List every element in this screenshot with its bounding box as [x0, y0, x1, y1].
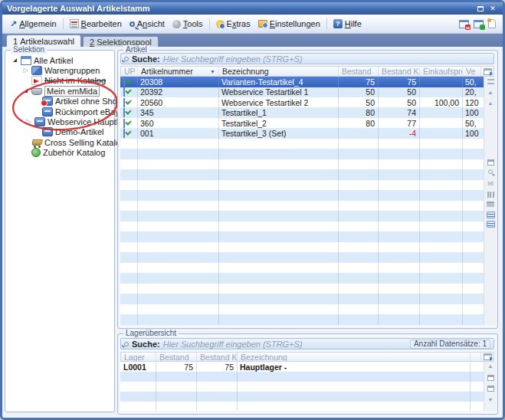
- col-bestand-kalk[interactable]: Bestand Kalk..: [379, 67, 420, 76]
- lager-side-toolbar: ▲ ▼: [484, 362, 497, 411]
- menu-hilfe[interactable]: ? Hilfe: [330, 18, 366, 30]
- card-view-icon[interactable]: [484, 159, 497, 166]
- col-bestand-kalk[interactable]: Bestand Kalk.: [197, 353, 238, 361]
- settings-icon: [258, 20, 267, 28]
- cell-bestand-kalk: 77: [378, 119, 419, 128]
- category-icon: [34, 117, 45, 126]
- tree-item-label: Rückimport eBay: [55, 107, 120, 116]
- menu-ansicht[interactable]: Ansicht: [126, 18, 169, 30]
- cell-bestand-kalk: 75: [378, 77, 419, 87]
- lager-search-bar[interactable]: Suche: Hier Suchbegriff eingeben (STRG+S…: [120, 338, 494, 349]
- tree-collapsed-icon[interactable]: ▷: [26, 119, 31, 125]
- product-groups-icon: [31, 66, 42, 75]
- print-icon[interactable]: [484, 202, 497, 207]
- tab-page-artikelauswahl: Selektion Alle Artikel ▷ Warengruppen Ni…: [2, 47, 503, 418]
- menu-ansicht-label: Ansicht: [137, 19, 165, 28]
- table-row[interactable]: 20392 Webservice Testartikel 1 50 50 20,: [120, 87, 484, 98]
- toolbar-right-group: [459, 19, 499, 28]
- articles-table-icon: [21, 56, 31, 65]
- col-bezeichnung[interactable]: Bezeichnung: [219, 67, 339, 76]
- close-button[interactable]: ✕: [487, 4, 498, 13]
- lageruebersicht-panel: Lagerübersicht Suche: Hier Suchbegriff e…: [117, 333, 498, 415]
- cart-icon: [31, 138, 42, 147]
- tree-item-warengruppen[interactable]: ▷ Warengruppen: [7, 65, 113, 75]
- grid-line: [196, 362, 197, 411]
- col-bestand[interactable]: Bestand: [339, 67, 379, 76]
- menu-bearbeiten[interactable]: Bearbeiten: [66, 18, 126, 30]
- search-detail-icon[interactable]: [484, 169, 497, 174]
- zoom-badge-icon[interactable]: 96: [484, 181, 497, 186]
- col-bezeichnung[interactable]: Bezeichnung: [238, 353, 471, 361]
- close-icon: ✕: [490, 5, 496, 12]
- artikel-search-bar[interactable]: Suche: Hier Suchbegriff eingeben (STRG+S…: [120, 53, 494, 64]
- search-placeholder: Hier Suchbegriff eingeben (STRG+S): [163, 54, 303, 64]
- titlebar[interactable]: Vorgelagerte Auswahl Artikelstamm ✕: [2, 2, 503, 15]
- tree-item-artikel-ohne-shop-kategorie[interactable]: Artikel ohne Shop-Kategorie: [7, 97, 113, 107]
- article-status-icon: [123, 129, 125, 138]
- tree-item-demo-artikel[interactable]: Demo-Artikel: [7, 127, 113, 137]
- tree-item-zubehoer-katalog[interactable]: Zubehör Katalog: [7, 148, 113, 158]
- detail-view-icon[interactable]: [484, 386, 497, 392]
- remove-from-selection-icon[interactable]: [459, 20, 469, 28]
- grid-view-icon[interactable]: [484, 221, 497, 228]
- tree-item-webservice-hauptkategorie[interactable]: ▷ Webservice Hauptkategorie: [7, 116, 113, 126]
- scroll-down-icon[interactable]: ▼: [484, 397, 497, 403]
- table-row[interactable]: 345 Testartikel_1 80 74 100: [120, 108, 484, 119]
- tree-item-mein-emmida[interactable]: Mein emMida: [7, 86, 113, 96]
- table-row[interactable]: 20560 Webservice Testartikel 2 50 50 100…: [120, 97, 484, 108]
- basket-icon: [31, 88, 42, 95]
- col-artikelnummer[interactable]: Artikelnummer▼: [138, 67, 219, 76]
- restore-button[interactable]: [475, 4, 486, 13]
- tree-expanded-icon[interactable]: [13, 58, 17, 62]
- column-chooser-button[interactable]: [481, 68, 494, 75]
- toolbar-separator: [326, 18, 327, 30]
- collapse-rows-icon[interactable]: [484, 79, 497, 84]
- cell-bestand: 80: [338, 108, 378, 117]
- tree-item-cross-selling-katalog[interactable]: Cross Selling Katalog: [7, 137, 113, 147]
- col-bestand[interactable]: Bestand: [156, 353, 197, 361]
- search-label: Suche:: [132, 340, 160, 349]
- grid-line: [338, 77, 339, 325]
- tab-strip: 1 Artikelauswahl 2 Selektionspool: [2, 34, 503, 47]
- tree-item-nicht-im-katalog[interactable]: Nicht im Katalog: [7, 76, 113, 86]
- help-icon: ?: [333, 19, 343, 28]
- grid-line: [237, 362, 238, 411]
- list-view-icon[interactable]: [484, 212, 497, 218]
- chart-icon[interactable]: [484, 192, 497, 198]
- new-document-icon[interactable]: [488, 19, 496, 28]
- col-ve[interactable]: Ve: [463, 67, 481, 76]
- tree-item-rueckimport-ebay[interactable]: Rückimport eBay: [7, 107, 113, 116]
- cell-ve: 100: [462, 129, 484, 138]
- cell-bestand-kalk: 75: [196, 363, 237, 372]
- table-row[interactable]: 360 Testartikel_2 80 77 50,: [120, 118, 484, 129]
- card-view-icon[interactable]: [484, 375, 497, 381]
- column-chooser-button[interactable]: [481, 353, 494, 360]
- scroll-up-icon[interactable]: ▲: [484, 90, 497, 96]
- cell-bezeichnung: Testartikel_1: [218, 108, 338, 117]
- col-einkaufspreis[interactable]: Einkaufspreis: [420, 67, 463, 76]
- col-spacer: [471, 353, 481, 361]
- col-up[interactable]: UP: [121, 67, 138, 76]
- menu-tools[interactable]: Tools: [169, 18, 207, 30]
- table-row[interactable]: 20308 Varianten-Testartikel_4 75 75 50,: [120, 77, 484, 87]
- tree-expanded-icon[interactable]: [24, 89, 28, 93]
- menu-extras[interactable]: Extras: [212, 18, 254, 30]
- tree-collapsed-icon[interactable]: ▷: [23, 67, 28, 74]
- view-magnifier-icon: [130, 21, 135, 27]
- cell-artikelnummer: 20560: [137, 98, 218, 107]
- menu-allgemein[interactable]: ↗ Allgemein: [6, 18, 61, 30]
- cell-bestand: 75: [338, 77, 378, 87]
- cell-ve: 50,: [462, 77, 484, 87]
- scroll-up-icon[interactable]: ▲: [484, 363, 497, 369]
- add-to-selection-icon[interactable]: [474, 20, 484, 28]
- accessories-icon: [31, 148, 41, 157]
- tree-item-alle-artikel[interactable]: Alle Artikel: [7, 55, 113, 65]
- scroll-up2-icon[interactable]: ▲: [484, 100, 497, 107]
- tab-number: 1: [13, 37, 18, 46]
- col-lager[interactable]: Lager: [121, 353, 156, 361]
- table-row[interactable]: L0001 75 75 Hauptlager -: [120, 362, 484, 372]
- table-row[interactable]: 001 Testartikel_3 (Set) -4 100: [120, 129, 484, 139]
- tab-label: Artikelauswahl: [20, 37, 74, 46]
- menu-einstellungen[interactable]: Einstellungen: [254, 18, 324, 30]
- search-placeholder: Hier Suchbegriff eingeben (STRG+S): [163, 340, 303, 349]
